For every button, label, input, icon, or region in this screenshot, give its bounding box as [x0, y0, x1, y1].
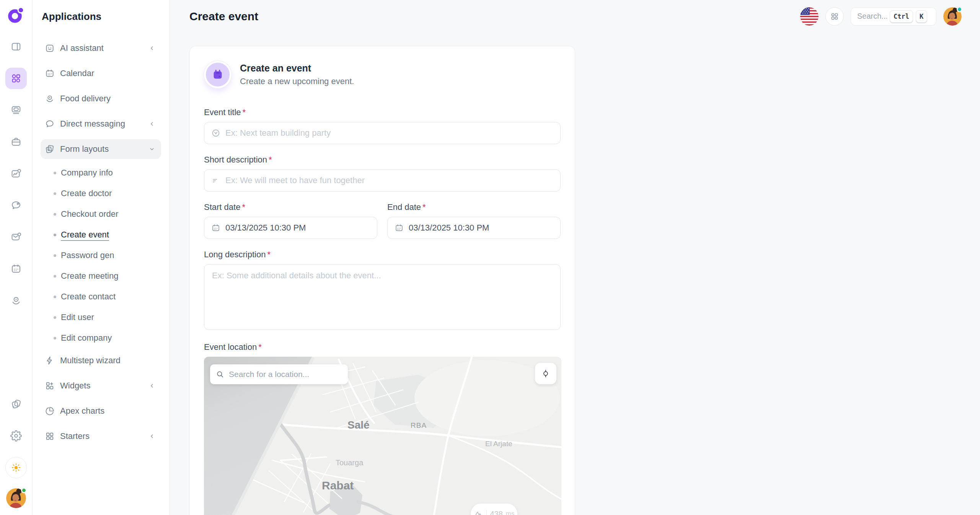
align-left-icon [211, 176, 220, 185]
short-description-input[interactable] [225, 175, 553, 185]
chevron-left-icon [148, 382, 156, 390]
dates-group: Start date* End date* [204, 202, 561, 239]
grid-icon [45, 431, 55, 441]
sidebar-item-label: Widgets [60, 381, 90, 391]
required-marker: * [258, 342, 262, 352]
briefcase-icon[interactable] [5, 131, 27, 153]
gear-icon[interactable] [5, 425, 27, 447]
rail-avatar[interactable] [6, 488, 26, 508]
sidebar-item-label: Multistep wizard [60, 356, 121, 366]
sidebar-item-calendar[interactable]: Calendar [41, 63, 161, 83]
required-marker: * [422, 202, 426, 212]
required-marker: * [269, 155, 272, 164]
sidebar-item-apex-charts[interactable]: Apex charts [41, 401, 161, 421]
end-date-input[interactable] [409, 223, 553, 233]
bullet-dot [54, 172, 56, 174]
calendar-icon [395, 223, 404, 232]
event-title-input[interactable] [225, 128, 553, 138]
sidebar-item-form-layouts[interactable]: Form layouts [41, 139, 161, 159]
search-icon [215, 370, 225, 379]
global-search-input[interactable] [857, 12, 887, 21]
sidebar-item-food-delivery[interactable]: Food delivery [41, 89, 161, 109]
page-title: Create event [189, 10, 258, 23]
long-description-textarea[interactable] [204, 264, 561, 330]
sidebar-item-multistep-wizard[interactable]: Multistep wizard [41, 351, 161, 370]
bullet-dot [54, 337, 56, 340]
start-date-label: Start date* [204, 202, 377, 212]
sidebar-item-ai-assistant[interactable]: AI assistant [41, 38, 161, 58]
ai-smiley-icon [45, 43, 55, 53]
sidebar-item-label: Calendar [60, 68, 94, 78]
sidebar-item-widgets[interactable]: Widgets [41, 376, 161, 396]
icon-rail [0, 0, 33, 515]
end-date-label: End date* [387, 202, 561, 212]
sun-icon[interactable] [5, 457, 27, 478]
user-avatar[interactable] [943, 7, 962, 26]
required-marker: * [267, 250, 271, 259]
sidebar-subitem-edit-company[interactable]: Edit company [41, 330, 161, 346]
components-icon[interactable] [5, 393, 27, 415]
online-status-dot [957, 6, 962, 12]
rail-nav [5, 36, 27, 322]
mountain-logo-icon [473, 509, 483, 515]
app-window: Applications AI assistant Calendar Food … [0, 0, 980, 515]
bullet-dot [54, 234, 56, 236]
zap-icon [45, 356, 55, 366]
location-map[interactable]: Salé RBA El Arjate Touarga Rabat [204, 357, 561, 515]
chevron-left-icon [148, 432, 156, 440]
card-header: Create an event Create a new upcoming ev… [204, 61, 561, 88]
end-date-wrap [387, 217, 561, 239]
sidebar-title: Applications [41, 0, 161, 21]
latency-value: 438 [490, 510, 502, 515]
main-header: Create event Ctrl K [170, 0, 980, 32]
sidebar-subitem-create-meeting[interactable]: Create meeting [41, 268, 161, 284]
bullet-dot [54, 296, 56, 298]
sidebar-subitem-edit-user[interactable]: Edit user [41, 309, 161, 326]
brand-logo-icon[interactable] [6, 5, 26, 25]
card-subtitle: Create a new upcoming event. [240, 76, 354, 86]
event-location-label: Event location* [204, 342, 561, 352]
bullet-dot [54, 254, 56, 257]
required-marker: * [243, 107, 246, 117]
sidebar-item-direct-messaging[interactable]: Direct messaging [41, 114, 161, 134]
mail-dot-icon[interactable] [5, 226, 27, 248]
sidebar-subitem-checkout-order[interactable]: Checkout order [41, 206, 161, 223]
start-date-wrap [204, 217, 377, 239]
event-location-group: Event location* [204, 342, 561, 515]
card-titles: Create an event Create a new upcoming ev… [240, 63, 354, 86]
locate-crosshair-icon[interactable] [535, 363, 556, 384]
event-calendar-badge-icon [204, 61, 232, 88]
event-title-group: Event title* [204, 107, 561, 144]
sidebar-subitem-password-gen[interactable]: Password gen [41, 247, 161, 264]
rail-bottom [5, 393, 27, 515]
apps-grid-icon[interactable] [825, 7, 844, 26]
panel-left-icon[interactable] [5, 36, 27, 57]
short-description-group: Short description* [204, 155, 561, 192]
language-flag-icon[interactable] [800, 7, 819, 26]
online-status-dot [21, 487, 27, 493]
form-layouts-icon [45, 144, 55, 154]
sidebar-item-starters[interactable]: Starters [41, 426, 161, 446]
chat-dot-icon[interactable] [5, 195, 27, 216]
banner-icon[interactable] [5, 99, 27, 121]
calendar-icon[interactable] [5, 258, 27, 279]
chart-image-icon[interactable] [5, 163, 27, 184]
pie-chart-icon [45, 406, 55, 416]
sidebar-subitem-company-info[interactable]: Company info [41, 164, 161, 181]
long-description-label: Long description* [204, 250, 561, 260]
bullet-dot [54, 275, 56, 278]
chevron-left-icon [148, 120, 156, 128]
map-search-input[interactable] [229, 370, 342, 379]
category-icon[interactable] [5, 68, 27, 89]
sidebar-subitem-create-doctor[interactable]: Create doctor [41, 185, 161, 202]
sidebar-item-label: Starters [60, 431, 90, 441]
sidebar-subitem-create-contact[interactable]: Create contact [41, 288, 161, 305]
sidebar-nav: AI assistant Calendar Food delivery Dire… [41, 38, 161, 446]
sidebar-item-label: Form layouts [60, 144, 109, 154]
start-date-input[interactable] [225, 223, 370, 233]
sidebar: Applications AI assistant Calendar Food … [33, 0, 170, 515]
calendar-icon [45, 68, 55, 78]
sidebar-subitem-create-event[interactable]: Create event [41, 226, 161, 243]
delivery-pin-icon [45, 94, 55, 104]
delivery-pin-icon[interactable] [5, 290, 27, 311]
